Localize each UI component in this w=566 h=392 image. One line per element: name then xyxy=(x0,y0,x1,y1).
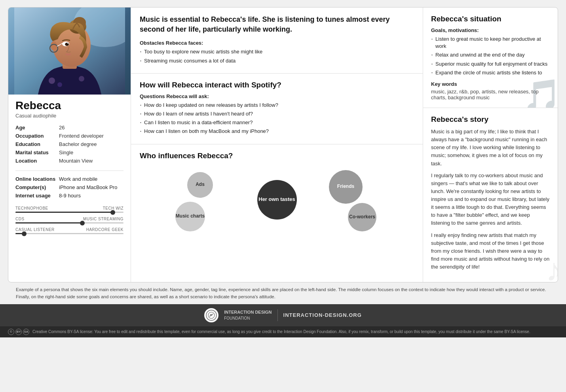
online-value: 8-9 hours xyxy=(59,191,123,200)
cc-icons: © BY SA xyxy=(8,329,29,335)
license-text: Creative Commons BY-SA license: You are … xyxy=(32,329,530,335)
detail-label: Age xyxy=(15,123,59,132)
slider-listener: CASUAL LISTENER HARDCORE GEEK xyxy=(15,227,123,234)
svg-point-2 xyxy=(49,78,55,84)
persona-tagline: Casual audiophile xyxy=(15,113,123,119)
list-item: Relax and unwind at the end of the day xyxy=(431,51,550,59)
left-column: Rebecca Casual audiophile Age 26 Occupat… xyxy=(8,8,131,282)
online-value: iPhone and MacBook Pro xyxy=(59,183,123,191)
situation-section: Rebecca's situation Goals, motivations: … xyxy=(423,8,558,108)
footer-logo xyxy=(204,308,218,322)
keywords-text: music, jazz, r&b, pop, artists, new rele… xyxy=(431,89,550,100)
list-item: How do I keep updated on new releases by… xyxy=(140,102,414,109)
online-label: Online locations xyxy=(15,175,59,183)
list-item: Can I listen to music in a data-efficien… xyxy=(140,119,414,126)
svg-point-16 xyxy=(211,314,212,316)
questions-title: Questions Rebecca will ask: xyxy=(140,93,414,99)
cc-sa-icon: SA xyxy=(23,329,29,335)
story-paragraph-2: I regularly talk to my co-workers about … xyxy=(431,172,550,227)
intro-text: Music is essential to Rebecca's life. Sh… xyxy=(140,15,414,34)
footer-caption: Example of a persona that shows the six … xyxy=(8,282,558,304)
table-row: Education Bachelor degree xyxy=(15,140,123,148)
list-item: Too busy to explore new music artists sh… xyxy=(140,48,414,55)
svg-point-3 xyxy=(57,82,62,87)
bubble-coworkers: Co-workers xyxy=(348,203,376,231)
story-title: Rebecca's story xyxy=(431,115,550,124)
goals-list: Listen to great music to keep her produc… xyxy=(431,36,550,76)
license-bar: © BY SA Creative Commons BY-SA license: … xyxy=(0,326,566,337)
intro-section: Music is essential to Rebecca's life. Sh… xyxy=(131,8,423,74)
slider-technophobe: TECHNOPHOBE TECH WIZ xyxy=(15,206,123,213)
story-paragraph-3: I really enjoy finding new artists that … xyxy=(431,231,550,271)
list-item: How can I listen on both my MacBook and … xyxy=(140,128,414,135)
detail-label: Marital status xyxy=(15,148,59,157)
table-row: Occupation Frontend developer xyxy=(15,132,123,140)
detail-value: Bachelor degree xyxy=(59,140,123,148)
bubble-chart: Her own tastes Friends Ads Music charts xyxy=(140,164,414,235)
slider-cds: CDs MUSIC STREAMING xyxy=(15,217,123,223)
slider-section: TECHNOPHOBE TECH WIZ CDs MUSIC STREAMING xyxy=(8,206,131,238)
svg-point-13 xyxy=(51,41,57,51)
detail-value: Mountain View xyxy=(59,157,123,165)
obstacles-title: Obstacles Rebecca faces: xyxy=(140,40,414,46)
story-section: Rebecca's story Music is a big part of m… xyxy=(423,108,558,282)
footer-url: INTERACTION-DESIGN.ORG xyxy=(283,312,362,318)
list-item: Superior music quality for full enjoymen… xyxy=(431,61,550,68)
goals-label: Goals, motivations: xyxy=(431,27,550,33)
right-column: Rebecca's situation Goals, motivations: … xyxy=(423,8,558,282)
obstacles-list: Too busy to explore new music artists sh… xyxy=(140,48,414,64)
online-value: Work and mobile xyxy=(59,175,123,183)
slider-right-label: HARDCORE GEEK xyxy=(86,227,123,232)
slider-right-label: MUSIC STREAMING xyxy=(83,217,123,221)
persona-details-table: Age 26 Occupation Frontend developer Edu… xyxy=(15,123,123,165)
online-label: Computer(s) xyxy=(15,183,59,191)
detail-value: Single xyxy=(59,148,123,157)
persona-info: Rebecca Casual audiophile Age 26 Occupat… xyxy=(8,95,131,206)
persona-photo xyxy=(8,8,131,95)
table-row: Computer(s) iPhone and MacBook Pro xyxy=(15,183,123,191)
detail-label: Location xyxy=(15,157,59,165)
influences-heading: Who influences Rebecca? xyxy=(140,151,414,160)
slider-track xyxy=(15,212,123,213)
detail-value: 26 xyxy=(59,123,123,132)
influences-section: Who influences Rebecca? Her own tastes F… xyxy=(131,144,423,282)
questions-list: How do I keep updated on new releases by… xyxy=(140,102,414,135)
list-item: Streaming music consumes a lot of data xyxy=(140,57,414,64)
story-paragraph-1: Music is a big part of my life; I like t… xyxy=(431,128,550,168)
svg-point-12 xyxy=(67,43,68,44)
online-details-table: Online locations Work and mobile Compute… xyxy=(15,175,123,200)
table-row: Internet usage 8-9 hours xyxy=(15,191,123,200)
persona-name: Rebecca xyxy=(15,99,123,112)
bubble-friends: Friends xyxy=(329,170,363,204)
slider-track xyxy=(15,222,123,223)
detail-value: Frontend developer xyxy=(59,132,123,140)
online-label: Internet usage xyxy=(15,191,59,200)
bubble-music-charts: Music charts xyxy=(175,202,205,231)
footer-bar: INTERACTION DESIGN FOUNDATION INTERACTIO… xyxy=(0,304,566,326)
table-row: Online locations Work and mobile xyxy=(15,175,123,183)
cc-by-icon: BY xyxy=(15,329,22,335)
table-row: Location Mountain View xyxy=(15,157,123,165)
list-item: Listen to great music to keep her produc… xyxy=(431,36,550,50)
interact-heading: How will Rebecca interact with Spotify? xyxy=(140,81,414,89)
footer-org: INTERACTION DESIGN FOUNDATION xyxy=(224,309,277,321)
interaction-section: How will Rebecca interact with Spotify? … xyxy=(131,74,423,144)
slider-track xyxy=(15,233,123,234)
detail-label: Education xyxy=(15,140,59,148)
slider-left-label: TECHNOPHOBE xyxy=(15,206,48,210)
detail-label: Occupation xyxy=(15,132,59,140)
slider-left-label: CDs xyxy=(15,217,25,221)
list-item: Expand the circle of music artists she l… xyxy=(431,69,550,76)
list-item: How do I learn of new artists I haven't … xyxy=(140,110,414,117)
cc-icon: © xyxy=(8,329,14,335)
slider-left-label: CASUAL LISTENER xyxy=(15,227,55,232)
situation-title: Rebecca's situation xyxy=(431,15,550,23)
svg-point-4 xyxy=(79,76,84,81)
bubble-ads: Ads xyxy=(187,172,213,198)
middle-column: Music is essential to Rebecca's life. Sh… xyxy=(131,8,423,282)
keywords-label: Key words xyxy=(431,81,550,87)
table-row: Marital status Single xyxy=(15,148,123,157)
bubble-her-own-tastes: Her own tastes xyxy=(257,180,297,220)
table-row: Age 26 xyxy=(15,123,123,132)
